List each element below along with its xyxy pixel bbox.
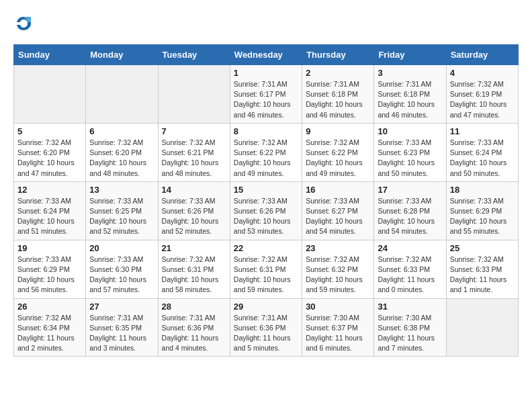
weekday-header-friday: Friday: [374, 45, 446, 65]
day-info: Sunrise: 7:32 AM Sunset: 6:34 PM Dayligh…: [17, 313, 82, 354]
day-number: 22: [234, 243, 298, 253]
day-number: 9: [306, 126, 370, 136]
day-info: Sunrise: 7:33 AM Sunset: 6:25 PM Dayligh…: [89, 196, 154, 237]
day-number: 30: [306, 302, 370, 312]
day-number: 14: [162, 185, 226, 195]
day-info: Sunrise: 7:31 AM Sunset: 6:36 PM Dayligh…: [162, 313, 226, 354]
day-number: 20: [89, 243, 154, 253]
day-info: Sunrise: 7:33 AM Sunset: 6:27 PM Dayligh…: [306, 196, 370, 237]
page-header: [13, 13, 519, 34]
calendar-cell: 7Sunrise: 7:32 AM Sunset: 6:21 PM Daylig…: [158, 123, 230, 181]
calendar-cell: 6Sunrise: 7:32 AM Sunset: 6:20 PM Daylig…: [86, 123, 158, 181]
day-number: 26: [17, 302, 82, 312]
day-number: 8: [234, 126, 298, 136]
day-number: 15: [234, 185, 298, 195]
day-info: Sunrise: 7:32 AM Sunset: 6:31 PM Dayligh…: [162, 255, 226, 295]
day-number: 29: [234, 302, 298, 312]
day-number: 4: [450, 68, 515, 78]
day-info: Sunrise: 7:31 AM Sunset: 6:36 PM Dayligh…: [234, 313, 298, 354]
day-info: Sunrise: 7:33 AM Sunset: 6:26 PM Dayligh…: [234, 196, 298, 237]
calendar-cell: 31Sunrise: 7:30 AM Sunset: 6:38 PM Dayli…: [374, 298, 446, 357]
weekday-header-wednesday: Wednesday: [230, 45, 302, 65]
weekday-header-tuesday: Tuesday: [158, 45, 230, 65]
day-info: Sunrise: 7:33 AM Sunset: 6:30 PM Dayligh…: [89, 255, 154, 295]
day-number: 27: [89, 302, 154, 312]
day-number: 21: [162, 243, 226, 253]
day-info: Sunrise: 7:33 AM Sunset: 6:23 PM Dayligh…: [378, 138, 442, 179]
day-info: Sunrise: 7:32 AM Sunset: 6:19 PM Dayligh…: [450, 79, 515, 120]
day-info: Sunrise: 7:31 AM Sunset: 6:17 PM Dayligh…: [234, 79, 298, 120]
day-info: Sunrise: 7:32 AM Sunset: 6:31 PM Dayligh…: [234, 255, 298, 295]
calendar-cell: 21Sunrise: 7:32 AM Sunset: 6:31 PM Dayli…: [158, 240, 230, 298]
day-info: Sunrise: 7:31 AM Sunset: 6:18 PM Dayligh…: [306, 79, 370, 120]
week-row-2: 5Sunrise: 7:32 AM Sunset: 6:20 PM Daylig…: [14, 123, 519, 181]
day-info: Sunrise: 7:31 AM Sunset: 6:35 PM Dayligh…: [89, 313, 154, 354]
day-info: Sunrise: 7:32 AM Sunset: 6:21 PM Dayligh…: [162, 138, 226, 179]
calendar-cell: 1Sunrise: 7:31 AM Sunset: 6:17 PM Daylig…: [230, 65, 302, 124]
day-number: 1: [234, 68, 298, 78]
calendar-cell: 26Sunrise: 7:32 AM Sunset: 6:34 PM Dayli…: [14, 298, 86, 357]
day-number: 7: [162, 126, 226, 136]
calendar-cell: 10Sunrise: 7:33 AM Sunset: 6:23 PM Dayli…: [374, 123, 446, 181]
day-info: Sunrise: 7:32 AM Sunset: 6:33 PM Dayligh…: [378, 255, 442, 295]
day-number: 24: [378, 243, 442, 253]
weekday-header-sunday: Sunday: [14, 45, 86, 65]
calendar-cell: 15Sunrise: 7:33 AM Sunset: 6:26 PM Dayli…: [230, 181, 302, 240]
calendar-cell: [158, 65, 230, 124]
day-number: 5: [17, 126, 82, 136]
week-row-4: 19Sunrise: 7:33 AM Sunset: 6:29 PM Dayli…: [14, 240, 519, 298]
day-number: 28: [162, 302, 226, 312]
calendar-cell: 28Sunrise: 7:31 AM Sunset: 6:36 PM Dayli…: [158, 298, 230, 357]
calendar-cell: 4Sunrise: 7:32 AM Sunset: 6:19 PM Daylig…: [446, 65, 518, 124]
week-row-3: 12Sunrise: 7:33 AM Sunset: 6:24 PM Dayli…: [14, 181, 519, 240]
weekday-header-monday: Monday: [86, 45, 158, 65]
calendar-cell: 29Sunrise: 7:31 AM Sunset: 6:36 PM Dayli…: [230, 298, 302, 357]
week-row-5: 26Sunrise: 7:32 AM Sunset: 6:34 PM Dayli…: [14, 298, 519, 357]
calendar-cell: 8Sunrise: 7:32 AM Sunset: 6:22 PM Daylig…: [230, 123, 302, 181]
day-info: Sunrise: 7:30 AM Sunset: 6:38 PM Dayligh…: [378, 313, 442, 354]
day-number: 31: [378, 302, 442, 312]
day-info: Sunrise: 7:33 AM Sunset: 6:24 PM Dayligh…: [450, 138, 515, 179]
day-info: Sunrise: 7:32 AM Sunset: 6:22 PM Dayligh…: [234, 138, 298, 179]
day-number: 13: [89, 185, 154, 195]
calendar-cell: [14, 65, 86, 124]
calendar-cell: 2Sunrise: 7:31 AM Sunset: 6:18 PM Daylig…: [302, 65, 374, 124]
day-number: 23: [306, 243, 370, 253]
calendar-cell: 23Sunrise: 7:32 AM Sunset: 6:32 PM Dayli…: [302, 240, 374, 298]
day-number: 6: [89, 126, 154, 136]
calendar-cell: 5Sunrise: 7:32 AM Sunset: 6:20 PM Daylig…: [14, 123, 86, 181]
week-row-1: 1Sunrise: 7:31 AM Sunset: 6:17 PM Daylig…: [14, 65, 519, 124]
calendar-cell: 3Sunrise: 7:31 AM Sunset: 6:18 PM Daylig…: [374, 65, 446, 124]
day-number: 18: [450, 185, 515, 195]
day-number: 16: [306, 185, 370, 195]
day-number: 3: [378, 68, 442, 78]
calendar-cell: [86, 65, 158, 124]
calendar-cell: 9Sunrise: 7:32 AM Sunset: 6:22 PM Daylig…: [302, 123, 374, 181]
day-info: Sunrise: 7:33 AM Sunset: 6:24 PM Dayligh…: [17, 196, 82, 237]
calendar-cell: 12Sunrise: 7:33 AM Sunset: 6:24 PM Dayli…: [14, 181, 86, 240]
calendar-cell: 22Sunrise: 7:32 AM Sunset: 6:31 PM Dayli…: [230, 240, 302, 298]
weekday-header-row: SundayMondayTuesdayWednesdayThursdayFrid…: [14, 45, 519, 65]
day-info: Sunrise: 7:33 AM Sunset: 6:28 PM Dayligh…: [378, 196, 442, 237]
calendar-cell: 30Sunrise: 7:30 AM Sunset: 6:37 PM Dayli…: [302, 298, 374, 357]
day-info: Sunrise: 7:32 AM Sunset: 6:20 PM Dayligh…: [17, 138, 82, 179]
day-number: 17: [378, 185, 442, 195]
calendar-cell: 19Sunrise: 7:33 AM Sunset: 6:29 PM Dayli…: [14, 240, 86, 298]
day-number: 25: [450, 243, 515, 253]
day-number: 12: [17, 185, 82, 195]
calendar-cell: [446, 298, 518, 357]
day-info: Sunrise: 7:32 AM Sunset: 6:33 PM Dayligh…: [450, 255, 515, 295]
day-info: Sunrise: 7:32 AM Sunset: 6:20 PM Dayligh…: [89, 138, 154, 179]
weekday-header-thursday: Thursday: [302, 45, 374, 65]
calendar-cell: 17Sunrise: 7:33 AM Sunset: 6:28 PM Dayli…: [374, 181, 446, 240]
calendar-cell: 16Sunrise: 7:33 AM Sunset: 6:27 PM Dayli…: [302, 181, 374, 240]
weekday-header-saturday: Saturday: [446, 45, 518, 65]
calendar-table: SundayMondayTuesdayWednesdayThursdayFrid…: [13, 44, 519, 357]
day-number: 10: [378, 126, 442, 136]
calendar-cell: 11Sunrise: 7:33 AM Sunset: 6:24 PM Dayli…: [446, 123, 518, 181]
calendar-cell: 14Sunrise: 7:33 AM Sunset: 6:26 PM Dayli…: [158, 181, 230, 240]
calendar-cell: 27Sunrise: 7:31 AM Sunset: 6:35 PM Dayli…: [86, 298, 158, 357]
day-info: Sunrise: 7:33 AM Sunset: 6:29 PM Dayligh…: [17, 255, 82, 295]
day-info: Sunrise: 7:32 AM Sunset: 6:32 PM Dayligh…: [306, 255, 370, 295]
day-info: Sunrise: 7:31 AM Sunset: 6:18 PM Dayligh…: [378, 79, 442, 120]
